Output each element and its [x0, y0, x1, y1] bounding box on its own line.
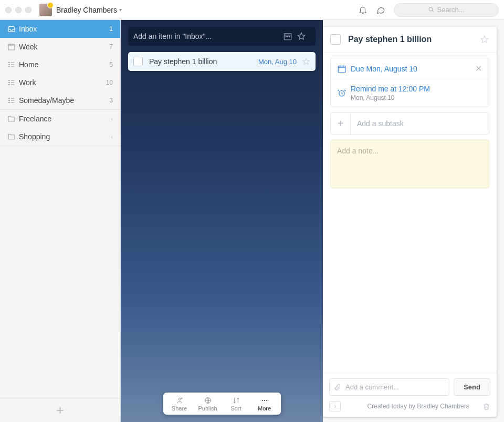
svg-point-2: [9, 62, 9, 63]
svg-point-4: [9, 66, 9, 67]
sidebar-item-inbox[interactable]: Inbox 1: [0, 20, 120, 38]
svg-point-13: [287, 36, 288, 37]
svg-point-7: [9, 84, 9, 85]
more-icon: [250, 396, 279, 405]
avatar[interactable]: [39, 4, 52, 16]
svg-rect-1: [8, 44, 15, 50]
send-button[interactable]: Send: [454, 378, 490, 396]
sidebar-item-label: Inbox: [19, 25, 109, 33]
svg-point-14: [289, 36, 290, 37]
sidebar-item-count: 1: [109, 25, 113, 33]
sidebar-item-freelance[interactable]: Freelance ‹: [0, 110, 120, 128]
sidebar-item-label: Work: [19, 78, 106, 87]
task-title: Pay stephen 1 billion: [149, 57, 258, 66]
reminder-row[interactable]: Remind me at 12:00 PM Mon, August 10: [331, 79, 489, 107]
comment-input[interactable]: [329, 378, 449, 396]
inbox-icon: [7, 25, 19, 33]
sidebar-item-someday[interactable]: Someday/Maybe 3: [0, 91, 120, 109]
svg-point-8: [9, 98, 9, 98]
clear-due-icon[interactable]: ✕: [474, 64, 482, 74]
bottom-toolbar: Share Publish Sort More: [163, 393, 281, 415]
task-date: Mon, Aug 10: [258, 58, 297, 66]
tool-sort[interactable]: Sort: [222, 396, 250, 411]
due-date-label: Due Mon, August 10: [351, 65, 474, 73]
add-item-bar[interactable]: [128, 27, 316, 46]
reminder-sub: Mon, August 10: [351, 94, 482, 101]
task-checkbox[interactable]: [133, 57, 143, 66]
note-box[interactable]: Add a note...: [330, 140, 489, 188]
star-icon[interactable]: [297, 32, 310, 41]
traffic-min[interactable]: [15, 7, 22, 13]
task-list-pane: Pay stephen 1 billion Mon, Aug 10 Share …: [121, 20, 323, 422]
chat-icon[interactable]: [376, 5, 388, 15]
detail-pane: Pay stephen 1 billion Due Mon, August 10…: [323, 20, 504, 422]
star-icon[interactable]: [480, 35, 489, 44]
date-picker-icon[interactable]: [283, 32, 297, 41]
subtask-box: +: [330, 112, 489, 135]
sidebar-item-work[interactable]: Work 10: [0, 74, 120, 91]
svg-point-18: [264, 400, 265, 401]
sidebar-item-count: 5: [109, 61, 113, 68]
trash-icon[interactable]: [482, 403, 490, 410]
share-icon: [165, 396, 194, 405]
tool-share[interactable]: Share: [165, 396, 194, 411]
search-placeholder: Search...: [437, 6, 464, 14]
svg-rect-20: [338, 66, 345, 72]
traffic-max[interactable]: [25, 7, 32, 13]
svg-point-17: [261, 400, 262, 401]
list-icon: [7, 60, 19, 69]
sidebar-item-count: 3: [109, 97, 113, 104]
svg-point-5: [9, 80, 9, 80]
due-date-row[interactable]: Due Mon, August 10 ✕: [331, 58, 489, 79]
bell-icon[interactable]: [358, 5, 371, 15]
collapse-icon[interactable]: [329, 401, 341, 411]
sidebar-item-label: Shopping: [19, 132, 111, 141]
tool-publish[interactable]: Publish: [194, 396, 222, 411]
svg-point-10: [9, 102, 9, 102]
subtask-input[interactable]: [351, 113, 489, 134]
add-list-button[interactable]: +: [0, 398, 120, 422]
sidebar-item-week[interactable]: Week 7: [0, 38, 120, 56]
titlebar: Bradley Chambers ▾ Search...: [0, 0, 504, 20]
star-icon[interactable]: [302, 57, 310, 66]
user-name[interactable]: Bradley Chambers: [56, 6, 117, 14]
created-text: Created today by Bradley Chambers: [368, 403, 469, 410]
sidebar-item-home[interactable]: Home 5: [0, 56, 120, 74]
chevron-left-icon: ‹: [111, 133, 113, 140]
svg-point-9: [9, 100, 9, 100]
globe-icon: [194, 396, 222, 405]
folder-icon: [7, 115, 19, 123]
sidebar-item-label: Week: [19, 43, 109, 51]
sidebar-item-label: Home: [19, 60, 109, 69]
add-item-input[interactable]: [133, 32, 283, 40]
tool-more[interactable]: More: [250, 396, 279, 411]
user-menu-caret[interactable]: ▾: [119, 7, 122, 13]
svg-point-0: [429, 7, 433, 11]
attachment-icon[interactable]: [333, 383, 341, 391]
svg-point-3: [9, 64, 9, 65]
sidebar-item-shopping[interactable]: Shopping ‹: [0, 128, 120, 146]
svg-point-15: [178, 398, 181, 400]
tool-label: Share: [165, 405, 194, 411]
list-icon: [7, 96, 19, 105]
sidebar-item-count: 7: [109, 43, 113, 50]
sidebar-item-count: 10: [106, 79, 113, 86]
search-input[interactable]: Search...: [394, 3, 499, 17]
date-reminder-box: Due Mon, August 10 ✕ Remind me at 12:00 …: [330, 58, 489, 107]
detail-title[interactable]: Pay stephen 1 billion: [348, 35, 480, 44]
sidebar: Inbox 1 Week 7 Home 5 Work 10 Someday/Ma…: [0, 20, 121, 422]
task-row[interactable]: Pay stephen 1 billion Mon, Aug 10: [128, 52, 316, 71]
note-placeholder: Add a note...: [337, 147, 379, 155]
detail-header: Pay stephen 1 billion: [323, 27, 497, 53]
reminder-label: Remind me at 12:00 PM: [351, 85, 482, 93]
folder-icon: [7, 132, 19, 141]
svg-point-19: [266, 400, 267, 401]
add-subtask-icon[interactable]: +: [331, 113, 351, 134]
window-controls: [5, 7, 32, 13]
tool-label: More: [250, 405, 279, 411]
tool-label: Sort: [222, 405, 250, 411]
detail-checkbox[interactable]: [330, 34, 341, 45]
traffic-close[interactable]: [5, 7, 12, 13]
list-icon: [7, 78, 19, 87]
sidebar-item-label: Freelance: [19, 115, 111, 123]
